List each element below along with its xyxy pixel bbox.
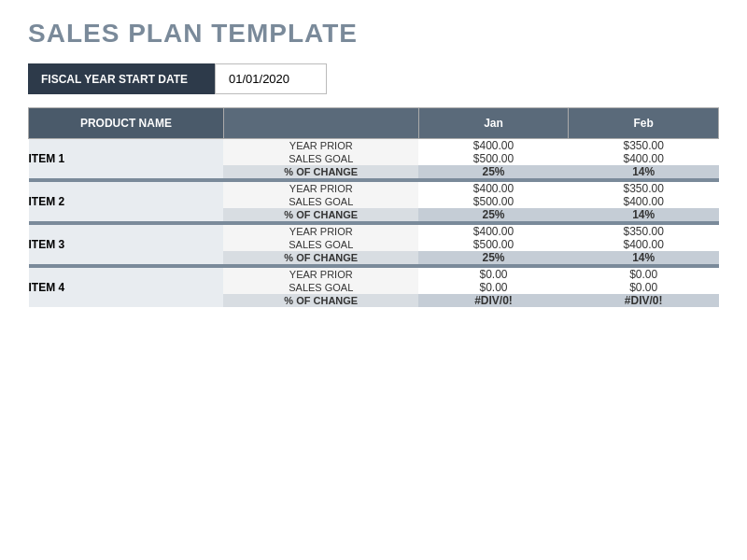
- header-jan: Jan: [418, 108, 569, 139]
- fiscal-year-bar: FISCAL YEAR START DATE 01/01/2020: [28, 63, 420, 94]
- sales-table: PRODUCT NAME Jan Feb ITEM 1YEAR PRIOR$40…: [28, 107, 719, 307]
- table-row: ITEM 3YEAR PRIOR$400.00$350.00: [29, 225, 719, 238]
- header-feb: Feb: [569, 108, 719, 139]
- table-row: ITEM 4YEAR PRIOR$0.00$0.00: [29, 268, 719, 281]
- cell-value[interactable]: $500.00: [418, 152, 569, 165]
- cell-value[interactable]: $350.00: [569, 182, 719, 195]
- page-title: SALES PLAN TEMPLATE: [28, 19, 719, 49]
- table-row: ITEM 2YEAR PRIOR$400.00$350.00: [29, 182, 719, 195]
- row-type: YEAR PRIOR: [223, 139, 418, 153]
- cell-value[interactable]: $400.00: [569, 152, 719, 165]
- cell-value[interactable]: 14%: [569, 208, 719, 221]
- cell-value[interactable]: $350.00: [569, 225, 719, 238]
- cell-value[interactable]: $400.00: [418, 182, 569, 195]
- cell-value[interactable]: #DIV/0!: [418, 294, 569, 307]
- cell-value[interactable]: 25%: [418, 208, 569, 221]
- item-name-3: ITEM 3: [29, 225, 224, 264]
- cell-value[interactable]: $0.00: [569, 268, 719, 281]
- row-type: YEAR PRIOR: [223, 268, 418, 281]
- cell-value[interactable]: $500.00: [418, 238, 569, 251]
- item-name-2: ITEM 2: [29, 182, 224, 221]
- cell-value[interactable]: $400.00: [418, 139, 569, 153]
- cell-value[interactable]: $0.00: [418, 268, 569, 281]
- fiscal-year-value[interactable]: 01/01/2020: [215, 63, 327, 94]
- cell-value[interactable]: $0.00: [418, 281, 569, 294]
- cell-value[interactable]: $500.00: [418, 195, 569, 208]
- row-type: % OF CHANGE: [223, 208, 418, 221]
- cell-value[interactable]: 25%: [418, 251, 569, 264]
- cell-value[interactable]: 14%: [569, 165, 719, 178]
- row-type: % OF CHANGE: [223, 251, 418, 264]
- header-product: PRODUCT NAME: [29, 108, 224, 139]
- row-type: YEAR PRIOR: [223, 225, 418, 238]
- item-name-4: ITEM 4: [29, 268, 224, 307]
- table-row: ITEM 1YEAR PRIOR$400.00$350.00: [29, 139, 719, 153]
- row-type: YEAR PRIOR: [223, 182, 418, 195]
- cell-value[interactable]: $400.00: [418, 225, 569, 238]
- row-type: SALES GOAL: [223, 152, 418, 165]
- fiscal-year-label: FISCAL YEAR START DATE: [28, 63, 215, 94]
- cell-value[interactable]: #DIV/0!: [569, 294, 719, 307]
- item-name-1: ITEM 1: [29, 139, 224, 179]
- row-type: % OF CHANGE: [223, 294, 418, 307]
- row-type: SALES GOAL: [223, 281, 418, 294]
- cell-value[interactable]: $0.00: [569, 281, 719, 294]
- header-type: [223, 108, 418, 139]
- row-type: SALES GOAL: [223, 238, 418, 251]
- cell-value[interactable]: 14%: [569, 251, 719, 264]
- row-type: % OF CHANGE: [223, 165, 418, 178]
- cell-value[interactable]: $350.00: [569, 139, 719, 153]
- cell-value[interactable]: $400.00: [569, 195, 719, 208]
- cell-value[interactable]: 25%: [418, 165, 569, 178]
- row-type: SALES GOAL: [223, 195, 418, 208]
- cell-value[interactable]: $400.00: [569, 238, 719, 251]
